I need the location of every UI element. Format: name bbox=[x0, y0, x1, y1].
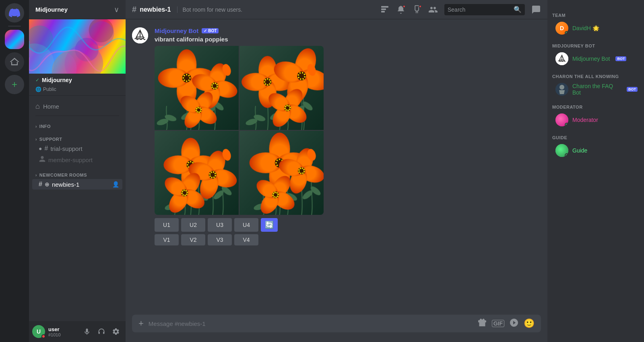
gift-icon[interactable] bbox=[477, 318, 487, 330]
home-label: Home bbox=[43, 103, 59, 110]
channel-icon-trial: # bbox=[44, 145, 48, 152]
bot-badge-label: BOT bbox=[208, 29, 217, 33]
category-support[interactable]: › SUPPORT bbox=[29, 130, 126, 143]
upscale-1-button[interactable]: U1 bbox=[155, 218, 179, 232]
server-banner bbox=[29, 19, 126, 74]
channel-list: ⌂ Home › INFO › SUPPORT ● # trial-suppor… bbox=[29, 96, 126, 321]
variation-3-button[interactable]: V3 bbox=[208, 234, 232, 245]
channel-newbies-1[interactable]: # ⊕ newbies-1 👤 bbox=[32, 179, 122, 190]
channel-description: Bot room for new users. bbox=[177, 6, 242, 13]
image-cell-4 bbox=[239, 131, 324, 215]
member-online-dot-moderator bbox=[565, 123, 568, 126]
add-server-button[interactable]: + bbox=[5, 75, 24, 94]
member-charon-bot[interactable]: Charon the FAQ Bot BOT bbox=[551, 80, 641, 98]
channel-home[interactable]: ⌂ Home bbox=[29, 99, 126, 114]
category-info[interactable]: › INFO bbox=[29, 117, 126, 130]
notification-icon[interactable] bbox=[396, 5, 406, 14]
upscale-2-button[interactable]: U2 bbox=[181, 218, 205, 232]
notification-dot bbox=[402, 5, 406, 8]
channel-member-support[interactable]: member-support bbox=[32, 154, 122, 166]
member-online-dot-guide bbox=[565, 153, 568, 157]
image-cell-2 bbox=[239, 46, 324, 130]
channel-title: # newbies-1 bbox=[132, 5, 171, 14]
member-category-team: TEAM bbox=[547, 6, 644, 19]
refresh-button[interactable]: 🔄 bbox=[261, 218, 278, 232]
category-newcomer-rooms[interactable]: › NEWCOMER ROOMS bbox=[29, 166, 126, 179]
category-label-support: SUPPORT bbox=[39, 137, 62, 142]
message-header: Midjourney Bot ✓ BOT bbox=[155, 27, 541, 34]
member-mj-bot[interactable]: Midjourney Bot BOT bbox=[551, 50, 641, 68]
member-moderator[interactable]: Moderator bbox=[551, 111, 641, 129]
server-public-info: ✓ Midjourney bbox=[29, 74, 126, 87]
member-name-davidh: DavidH 🌟 bbox=[572, 25, 599, 31]
add-attachment-button[interactable]: + bbox=[138, 318, 144, 329]
member-avatar-davidh: D bbox=[555, 22, 568, 35]
settings-button[interactable] bbox=[109, 325, 122, 338]
message-midjourney: Midjourney Bot ✓ BOT vibrant california … bbox=[132, 26, 541, 247]
emoji-icon[interactable]: 🙂 bbox=[524, 318, 535, 329]
pin-notification-dot bbox=[419, 5, 422, 8]
upscale-4-button[interactable]: U4 bbox=[234, 218, 258, 232]
pin-icon[interactable] bbox=[412, 5, 422, 14]
server-header[interactable]: Midjourney ∨ bbox=[29, 0, 126, 19]
channel-name-member-support: member-support bbox=[48, 157, 119, 163]
channel-trial-support[interactable]: ● # trial-support bbox=[32, 143, 122, 154]
deafen-button[interactable] bbox=[95, 325, 108, 338]
server-sidebar: + bbox=[0, 0, 29, 342]
user-avatar: U bbox=[32, 325, 45, 338]
upscale-3-button[interactable]: U3 bbox=[208, 218, 232, 232]
channel-icon-newbies-special: ⊕ bbox=[45, 181, 50, 187]
channel-icon-member bbox=[39, 155, 46, 165]
message-author-name: Midjourney Bot bbox=[155, 27, 198, 34]
server-icon-boat[interactable] bbox=[5, 52, 24, 72]
variation-2-button[interactable]: V2 bbox=[181, 234, 205, 245]
mute-button[interactable] bbox=[80, 325, 93, 338]
chat-messages: Midjourney Bot ✓ BOT vibrant california … bbox=[126, 19, 547, 315]
user-info: user #1010 bbox=[48, 326, 77, 337]
sticker-icon[interactable] bbox=[509, 318, 519, 330]
member-mj-canvas bbox=[555, 52, 568, 65]
server-name-small: Midjourney bbox=[42, 77, 72, 83]
search-bar[interactable]: 🔍 bbox=[444, 4, 525, 15]
channel-name-header: newbies-1 bbox=[140, 6, 171, 13]
category-arrow-support: › bbox=[35, 137, 37, 142]
add-member-icon: 👤 bbox=[112, 181, 119, 187]
variation-row: V1 V2 V3 V4 bbox=[155, 234, 541, 245]
header-actions: 🔍 bbox=[380, 4, 541, 15]
category-arrow-newcomer: › bbox=[35, 173, 37, 177]
inbox-icon[interactable] bbox=[531, 5, 541, 14]
member-avatar-moderator bbox=[555, 113, 568, 126]
divider bbox=[35, 115, 119, 116]
gif-icon[interactable]: GIF bbox=[492, 320, 504, 327]
search-input[interactable] bbox=[448, 6, 510, 13]
image-cell-1 bbox=[155, 46, 239, 130]
variation-1-button[interactable]: V1 bbox=[155, 234, 179, 245]
server-icon-discord[interactable] bbox=[5, 3, 24, 23]
bot-avatar-canvas bbox=[132, 27, 148, 43]
channel-icon-newbies: # bbox=[39, 181, 42, 188]
input-actions: GIF 🙂 bbox=[477, 318, 535, 330]
variation-4-button[interactable]: V4 bbox=[234, 234, 258, 245]
member-category-moderator: MODERATOR bbox=[547, 98, 644, 111]
user-name: user bbox=[48, 326, 77, 332]
home-icon: ⌂ bbox=[35, 102, 40, 111]
member-guide[interactable]: Guide bbox=[551, 142, 641, 159]
member-avatar-guide bbox=[555, 144, 568, 157]
message-body: Midjourney Bot ✓ BOT vibrant california … bbox=[155, 27, 541, 245]
member-name-moderator: Moderator bbox=[572, 117, 598, 123]
member-davidh[interactable]: D DavidH 🌟 bbox=[551, 19, 641, 37]
image-cell-3 bbox=[155, 131, 239, 215]
server-name: Midjourney bbox=[35, 6, 114, 13]
members-icon[interactable] bbox=[428, 5, 438, 14]
member-category-charon: CHARON THE ALL KNOWING bbox=[547, 68, 644, 80]
member-avatar-letter-davidh: D bbox=[560, 25, 564, 31]
member-online-dot-davidh bbox=[565, 31, 568, 35]
server-icon-midjourney[interactable] bbox=[5, 30, 24, 49]
action-buttons: U1 U2 U3 U4 🔄 V1 V2 V3 V4 bbox=[155, 218, 541, 245]
channel-sidebar: Midjourney ∨ ✓ Midjourney 🌐 Public ⌂ Hom… bbox=[29, 0, 126, 342]
message-input[interactable] bbox=[149, 320, 473, 327]
category-arrow-info: › bbox=[35, 124, 37, 129]
threads-icon[interactable] bbox=[380, 5, 390, 14]
member-name-mj-bot: Midjourney Bot bbox=[572, 56, 610, 62]
server-divider bbox=[8, 26, 21, 27]
